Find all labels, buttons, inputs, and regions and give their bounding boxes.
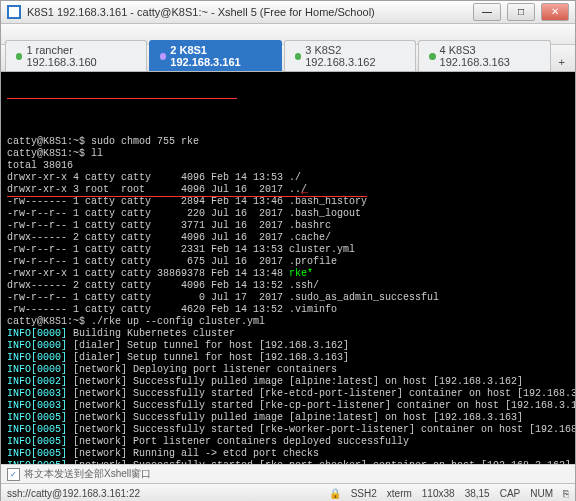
- status-caps: CAP: [500, 488, 521, 499]
- new-tab-button[interactable]: +: [553, 53, 571, 71]
- tab-label: 3 K8S2 192.168.3.162: [305, 44, 405, 68]
- terminal-line: INFO[0000] Building Kubernetes cluster: [7, 328, 569, 340]
- session-tabs: 1 rancher 192.168.3.160 2 K8S1 192.168.3…: [1, 45, 575, 72]
- terminal-line: INFO[0000] [dialer] Setup tunnel for hos…: [7, 340, 569, 352]
- status-term: xterm: [387, 488, 412, 499]
- terminal-line: -rw-r--r-- 1 catty catty 3771 Jul 16 201…: [7, 220, 569, 232]
- terminal-line: catty@K8S1:~$ ll: [7, 148, 569, 160]
- status-dot-icon: [16, 53, 22, 60]
- tab-k8s2[interactable]: 3 K8S2 192.168.3.162: [284, 40, 416, 71]
- terminal-line: INFO[0005] [network] Port listener conta…: [7, 436, 569, 448]
- terminal-line: drwxr-xr-x 3 root root 4096 Jul 16 2017 …: [7, 184, 569, 196]
- terminal-line: INFO[0005] [network] Successfully starte…: [7, 460, 569, 464]
- terminal[interactable]: ← catty@K8S1:~$ sudo chmod 755 rkecatty@…: [1, 72, 575, 464]
- app-icon: [7, 5, 21, 19]
- tab-rancher[interactable]: 1 rancher 192.168.3.160: [5, 40, 147, 71]
- maximize-button[interactable]: □: [507, 3, 535, 21]
- terminal-line: -rw-r--r-- 1 catty catty 675 Jul 16 2017…: [7, 256, 569, 268]
- terminal-line: total 38016: [7, 160, 569, 172]
- status-pos: 38,15: [465, 488, 490, 499]
- annotation-arrow-icon: ←: [301, 187, 308, 199]
- status-dot-icon: [160, 53, 166, 60]
- terminal-line: drwx------ 2 catty catty 4096 Jul 16 201…: [7, 232, 569, 244]
- terminal-line: -rw-r--r-- 1 catty catty 0 Jul 17 2017 .…: [7, 292, 569, 304]
- status-ssh: SSH2: [351, 488, 377, 499]
- lock-icon: 🔒: [329, 488, 341, 499]
- terminal-line: drwx------ 2 catty catty 4096 Feb 14 13:…: [7, 280, 569, 292]
- terminal-line: catty@K8S1:~$ sudo chmod 755 rke: [7, 136, 569, 148]
- tab-label: 4 K8S3 192.168.3.163: [440, 44, 540, 68]
- status-size: 110x38: [422, 488, 455, 499]
- terminal-line: INFO[0002] [network] Successfully pulled…: [7, 376, 569, 388]
- terminal-line: INFO[0003] [network] Successfully starte…: [7, 388, 569, 400]
- window-title: K8S1 192.168.3.161 - catty@K8S1:~ - Xshe…: [27, 6, 467, 18]
- terminal-line: INFO[0005] [network] Successfully starte…: [7, 424, 569, 436]
- tab-label: 1 rancher 192.168.3.160: [26, 44, 136, 68]
- tab-k8s3[interactable]: 4 K8S3 192.168.3.163: [418, 40, 550, 71]
- tab-k8s1[interactable]: 2 K8S1 192.168.3.161: [149, 40, 282, 71]
- status-lock-icon: ⎘: [563, 488, 569, 499]
- annotation-underline-2: [7, 196, 367, 197]
- terminal-line: -rwxr-xr-x 1 catty catty 38869378 Feb 14…: [7, 268, 569, 280]
- send-all-label: 将文本发送到全部Xshell窗口: [24, 467, 151, 481]
- status-bar: ssh://catty@192.168.3.161:22 🔒 SSH2 xter…: [1, 483, 575, 501]
- tab-label: 2 K8S1 192.168.3.161: [170, 44, 271, 68]
- terminal-line: INFO[0005] [network] Running all -> etcd…: [7, 448, 569, 460]
- terminal-line: catty@K8S1:~$ ./rke up --config cluster.…: [7, 316, 569, 328]
- terminal-line: INFO[0003] [network] Successfully starte…: [7, 400, 569, 412]
- terminal-line: drwxr-xr-x 4 catty catty 4096 Feb 14 13:…: [7, 172, 569, 184]
- terminal-line: -rw------- 1 catty catty 2894 Feb 14 13:…: [7, 196, 569, 208]
- send-all-checkbox[interactable]: ✓: [7, 468, 20, 481]
- terminal-line: -rw-r--r-- 1 catty catty 2331 Feb 14 13:…: [7, 244, 569, 256]
- svg-rect-1: [9, 7, 19, 17]
- terminal-line: -rw------- 1 catty catty 4620 Feb 14 13:…: [7, 304, 569, 316]
- status-dot-icon: [429, 53, 435, 60]
- status-num: NUM: [530, 488, 553, 499]
- annotation-underline-1: [7, 98, 237, 99]
- close-button[interactable]: ✕: [541, 3, 569, 21]
- terminal-line: -rw-r--r-- 1 catty catty 220 Jul 16 2017…: [7, 208, 569, 220]
- status-connection: ssh://catty@192.168.3.161:22: [7, 488, 140, 499]
- minimize-button[interactable]: —: [473, 3, 501, 21]
- terminal-line: INFO[0000] [network] Deploying port list…: [7, 364, 569, 376]
- send-to-all-bar: ✓ 将文本发送到全部Xshell窗口: [1, 464, 575, 483]
- titlebar: K8S1 192.168.3.161 - catty@K8S1:~ - Xshe…: [1, 1, 575, 24]
- terminal-line: INFO[0000] [dialer] Setup tunnel for hos…: [7, 352, 569, 364]
- status-dot-icon: [295, 53, 301, 60]
- terminal-line: INFO[0005] [network] Successfully pulled…: [7, 412, 569, 424]
